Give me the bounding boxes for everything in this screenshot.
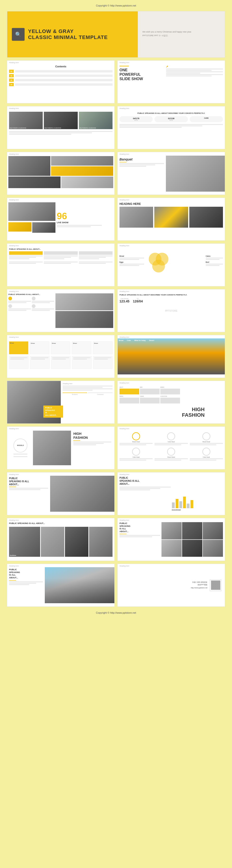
powerful-right: 🔑 <box>166 66 223 81</box>
psa-pr-img2 <box>41 527 64 557</box>
stats-row: 04/178 DATE 01/138 DATE CARE <box>120 116 223 122</box>
psa-pr-img3 <box>65 527 89 557</box>
psa-large-left: PUBLICSPEAKINGISALL ABOUT... <box>7 381 61 424</box>
slide-columns-label: Heading here <box>7 244 114 247</box>
psa-large-label: Heading here <box>63 383 112 384</box>
col-c-bar <box>79 251 112 255</box>
public-sub-cols-2 <box>8 304 54 311</box>
contents-num-3: 03 <box>9 79 14 82</box>
hf-stats-grid-2 <box>120 389 180 394</box>
sub-col-b <box>44 261 77 264</box>
footer-qr-desc-2: 精美PPT模板 <box>191 584 207 586</box>
three-landscape <box>120 207 223 228</box>
psa-photo-row-inner: PUBLIC SPEAKING IS ALL ABOUT... SunShine <box>7 522 114 557</box>
postit-2: Driver <box>30 341 49 354</box>
livehouse-label-2: 11. <box>133 298 143 300</box>
slide-postits-label: Heading here <box>7 335 114 338</box>
bar-4 <box>183 497 186 508</box>
grid-img-inner <box>7 155 114 189</box>
slide-public-about-label: Heading here <box>7 289 114 293</box>
psa-dot-c <box>8 304 12 308</box>
powerful-title: ONEPOWERFULSLIDE SHOW <box>120 68 164 81</box>
slide-3img: Heading here ONE POWERFUL SLIDESHOW ONE … <box>7 106 114 149</box>
slide-96-photo-bot <box>32 222 56 233</box>
slides-row-3: Heading here Heading here <box>7 152 225 195</box>
slides-row-9: Heading here MODEL5 HIGHFASHION H <box>7 427 225 469</box>
top-copyright: Copyright © http://www.pptstore.net <box>7 2 225 9</box>
powerful-text-4 <box>166 73 200 74</box>
slides-row-11: Heading here PUBLIC SPEAKING IS ALL ABOU… <box>7 518 225 561</box>
landscape-2 <box>154 207 188 228</box>
contents-num-2: 02 <box>9 74 14 78</box>
postit-4: Driver <box>72 341 91 354</box>
slide-models-label: Heading here <box>7 427 114 430</box>
slide-banquet: Heading here Banquet <box>118 152 225 195</box>
hero-title-line2: CLASSIC MINIMAL TEMPLATE <box>28 34 108 40</box>
stat-1: 04/178 DATE <box>120 116 153 122</box>
livehouse-stats: Live house 123.45 11. 126/04 <box>120 298 223 303</box>
circles-inner: Brand Head Coke Head Brand Head <box>118 430 225 462</box>
slide-heading-landscape: Heading here HEADING HERE <box>118 198 225 241</box>
contents-row-2: 02 <box>9 74 112 78</box>
hf-title: HIGHFASHION <box>182 407 205 418</box>
livehouse-stat-1: Live house 123.45 <box>120 298 129 303</box>
slide-psa-photo-row-label: Heading here <box>7 518 114 522</box>
circle-item-2: Coke Head <box>155 432 188 446</box>
cat-coke: Coke <box>127 340 131 341</box>
hero-slide: 🔍 YELLOW & GRAY CLASSIC MINIMAL TEMPLATE… <box>7 11 225 58</box>
slides-row-10: Heading here PUBLICSPEAKING IS ALLABOUT.… <box>7 472 225 515</box>
banquet-photo <box>166 156 225 192</box>
psa-stats: Business Contractor <box>63 393 112 395</box>
livehouse-inner: PUBLIC SPEAKING IS ALL ABOUT DESCRIBE YO… <box>118 293 225 304</box>
photo-2: ONE POWERFUL SLIDESHOW <box>44 112 77 129</box>
psa-col-c <box>8 304 31 311</box>
circle-3-label: Brand Head <box>190 441 223 442</box>
models-sep <box>73 440 80 441</box>
psa-col-d <box>32 304 55 311</box>
hf-title-block: HIGHFASHION <box>182 407 205 418</box>
bar-6 <box>191 500 193 508</box>
col-a <box>9 251 43 260</box>
slide-bridge-label: Heading here <box>118 335 225 338</box>
slide-footer-label: Heading here <box>118 564 225 567</box>
postit-row2-1 <box>9 356 29 369</box>
slide-footer: Heading here 扫描二维码 获取更多 精美PPT模板 http://w… <box>118 564 225 607</box>
contents-row-3: 03 <box>9 79 112 82</box>
postit-row2-2 <box>30 356 49 369</box>
circle-3 <box>202 432 210 440</box>
postit-2-label: Driver <box>31 343 48 344</box>
postit-1-label: Driver <box>10 342 27 344</box>
postit-row-2 <box>9 356 112 369</box>
circle-item-5: Brand Head <box>155 447 188 461</box>
circle-item-4: Coke Head <box>120 447 153 461</box>
slide-circles: Heading here Brand Head Coke Head <box>118 427 225 469</box>
psa-tower-photo <box>45 567 114 603</box>
venn-circle-3 <box>152 260 165 273</box>
powerful-desc-label: 🔑 <box>166 66 223 68</box>
postit-row2-5 <box>93 356 112 369</box>
psa-pr-subt1: SunShine <box>10 555 16 556</box>
pptstore-watermark: PPTSTORE <box>165 309 177 312</box>
circle-5 <box>167 447 175 456</box>
slide-96-photo-top <box>8 202 56 221</box>
powerful-inner: ONEPOWERFULSLIDE SHOW 🔑 <box>118 64 225 83</box>
models-logo: MODEL5 <box>13 438 27 453</box>
psa-col-b <box>32 297 55 304</box>
slide-contents-label: Heading here <box>7 61 114 64</box>
grid-img-tr-b <box>51 166 113 176</box>
slide-psa-large: PUBLICSPEAKINGISALL ABOUT... Heading her… <box>7 381 114 424</box>
powerful-text-2 <box>166 70 211 71</box>
psa-photo-row-imgs: SunShine <box>9 527 112 557</box>
circle-item-1: Brand Head <box>120 432 153 446</box>
three-img-inner: ONE POWERFUL SLIDESHOW ONE POWERFUL SLID… <box>7 110 114 136</box>
slide-venn: Heading here Bread Eggs Cakes <box>118 243 225 286</box>
circle-4-label: Coke Head <box>120 457 153 458</box>
bar-5 <box>187 503 190 508</box>
slide-psa-bridge-label: Heading here <box>7 472 114 476</box>
public-about-title: PUBLIC SPEAKING IS ALL ABOUT... <box>8 293 54 296</box>
slide-3img-label: Heading here <box>7 106 114 110</box>
footer-url: http://www.pptstore.net <box>191 587 207 589</box>
stat-3: CARE <box>190 116 223 122</box>
circle-5-label: Brand Head <box>155 457 188 458</box>
circle-6 <box>202 447 210 456</box>
